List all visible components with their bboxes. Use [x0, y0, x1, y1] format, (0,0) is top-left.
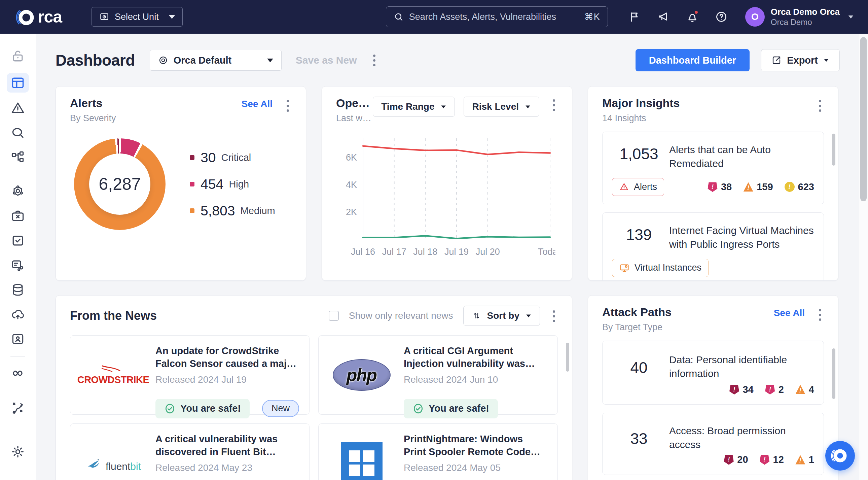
svg-text:Today: Today — [538, 247, 555, 257]
high-badge: ! 12 — [760, 454, 784, 465]
sidebar-item-shift-left[interactable] — [10, 365, 26, 381]
sidebar-item-search[interactable] — [10, 125, 26, 140]
help-icon[interactable] — [714, 9, 729, 25]
sidebar-item-attack-paths[interactable] — [10, 400, 26, 415]
chevron-down-icon — [441, 106, 446, 108]
orca-logo[interactable]: rca — [14, 5, 62, 28]
open-alerts-line-chart: 2K4K6KJul 16Jul 17Jul 18Jul 19Jul 20Toda… — [336, 128, 555, 258]
attack-paths-title: Attack Paths — [602, 306, 672, 319]
sidebar-item-data-security[interactable] — [10, 282, 26, 298]
insights-kebab-menu[interactable] — [816, 97, 824, 115]
shield-maroon-icon: ! — [729, 384, 739, 394]
news-item-title: A critical CGI Argument Injection vulner… — [404, 344, 547, 370]
attack-path-text: Data: Personal identifiable information — [669, 350, 814, 381]
insight-item[interactable]: 1,053 Alerts that can be Auto Remediated… — [602, 131, 824, 204]
sidebar-item-compliance[interactable] — [10, 233, 26, 248]
svg-text:Jul 20: Jul 20 — [476, 247, 500, 257]
legend-item-critical: 30 Critical — [190, 150, 275, 166]
export-button[interactable]: Export — [761, 49, 840, 71]
left-sidebar — [0, 34, 36, 480]
svg-text:Jul 17: Jul 17 — [382, 247, 406, 257]
attack-paths-see-all-link[interactable]: See All — [774, 308, 805, 319]
svg-text:4K: 4K — [346, 180, 357, 190]
bell-icon[interactable] — [685, 9, 700, 25]
news-item-fluentbit[interactable]: fluentbit A critical vulnerability was d… — [70, 423, 310, 480]
insight-count: 1,053 — [612, 140, 666, 163]
dashboard-view-select[interactable]: Orca Default — [150, 50, 282, 71]
sidebar-item-policies[interactable] — [10, 258, 26, 273]
page-scrollbar[interactable] — [859, 34, 868, 480]
attack-paths-subtitle: By Target Type — [602, 322, 672, 333]
insights-scrollbar[interactable] — [832, 133, 835, 166]
dashboard-builder-button[interactable]: Dashboard Builder — [636, 49, 750, 71]
warning-badge: ! 4 — [795, 384, 814, 395]
critical-value: 30 — [200, 150, 216, 166]
alerts-tag-chip: Alerts — [612, 178, 664, 196]
high-swatch — [190, 182, 194, 186]
caution-badge: ! 623 — [784, 181, 814, 192]
open-alerts-kebab-menu[interactable] — [550, 97, 558, 114]
news-item-php[interactable]: php A critical CGI Argument Injection vu… — [318, 335, 558, 415]
save-as-new-button[interactable]: Save as New — [296, 55, 357, 66]
attack-paths-kebab-menu[interactable] — [816, 306, 824, 324]
insights-subtitle: 14 Insights — [602, 113, 680, 123]
news-item-title: A critical vulnerability was discovered … — [155, 432, 299, 458]
chevron-down-icon — [848, 16, 853, 19]
search-input[interactable] — [409, 12, 579, 22]
attack-paths-scrollbar[interactable] — [832, 349, 835, 399]
news-scrollbar[interactable] — [566, 343, 569, 371]
crowdstrike-logo: CROWDSTRIKE — [81, 344, 146, 406]
news-item-windows[interactable]: PrintNightmare: Windows Print Spooler Re… — [318, 423, 558, 480]
chevron-down-icon — [526, 106, 530, 108]
sidebar-item-cloud[interactable] — [10, 307, 26, 322]
sidebar-item-identity[interactable] — [10, 331, 26, 347]
warning-badge: ! 1 — [795, 454, 814, 465]
page-header: Dashboard Orca Default Save as New Dashb… — [56, 42, 840, 79]
shield-pink-icon: ! — [708, 182, 718, 192]
sidebar-item-dashboard[interactable] — [7, 73, 29, 93]
header-kebab-menu[interactable] — [370, 52, 378, 69]
alerts-see-all-link[interactable]: See All — [242, 99, 273, 110]
critical-badge: ! 20 — [724, 454, 748, 465]
user-menu[interactable]: O Orca Demo Orca Orca Demo — [745, 6, 854, 28]
lock-open-icon[interactable] — [10, 49, 26, 64]
legend-item-high: 454 High — [190, 176, 275, 192]
tag-label: Alerts — [634, 182, 657, 192]
relevant-news-checkbox[interactable] — [329, 311, 339, 321]
flag-icon[interactable] — [627, 9, 642, 25]
sidebar-divider — [10, 391, 25, 391]
chevron-down-icon — [824, 59, 829, 62]
insight-item[interactable]: 139 Internet Facing Virtual Machines wit… — [602, 212, 824, 281]
risk-level-dropdown[interactable]: Risk Level — [464, 97, 539, 117]
sidebar-item-alerts[interactable] — [10, 100, 26, 116]
insight-text: Alerts that can be Auto Remediated — [669, 140, 814, 171]
alerts-kebab-menu[interactable] — [284, 97, 292, 115]
select-unit-dropdown[interactable]: Select Unit — [92, 7, 183, 27]
attack-path-item[interactable]: 40 Data: Personal identifiable informati… — [602, 341, 824, 404]
sort-by-dropdown[interactable]: Sort by — [463, 306, 540, 326]
open-alerts-subtitle: Last w… — [336, 113, 364, 123]
select-unit-label: Select Unit — [115, 12, 159, 22]
announcement-icon[interactable] — [656, 9, 671, 25]
medium-swatch — [190, 208, 194, 213]
sidebar-item-toolbox[interactable] — [10, 208, 26, 224]
scrollbar-thumb[interactable] — [860, 37, 867, 201]
sidebar-item-inventory[interactable] — [10, 149, 26, 165]
sidebar-item-integrations[interactable] — [10, 184, 26, 199]
attack-path-item[interactable]: 33 Access: Broad permission access ! 20 … — [602, 413, 824, 475]
news-kebab-menu[interactable] — [550, 308, 558, 325]
critical-badge: ! 34 — [729, 384, 753, 395]
virtual-instance-icon — [619, 263, 630, 273]
circle-yellow-icon: ! — [784, 182, 795, 192]
global-search[interactable]: ⌘K — [386, 6, 608, 27]
orca-logo-o-icon — [14, 5, 37, 28]
settings-gear-icon[interactable] — [10, 444, 26, 459]
search-shortcut: ⌘K — [584, 11, 600, 22]
orca-assistant-fab[interactable] — [825, 441, 855, 471]
sort-by-label: Sort by — [487, 310, 520, 321]
svg-text:2K: 2K — [346, 207, 357, 217]
insight-count: 139 — [612, 221, 666, 244]
high-value: 454 — [200, 176, 223, 192]
news-item-crowdstrike[interactable]: CROWDSTRIKE An update for CrowdStrike Fa… — [70, 335, 310, 415]
time-range-dropdown[interactable]: Time Range — [373, 97, 455, 117]
